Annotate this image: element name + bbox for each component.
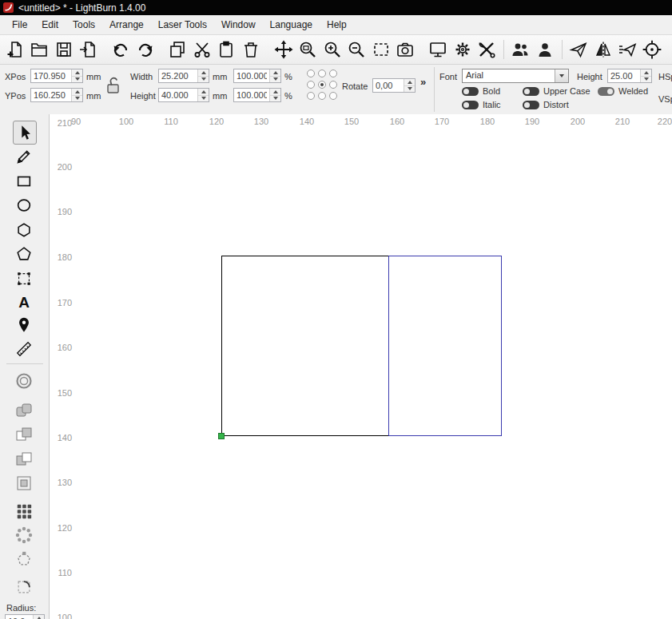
menu-laser-tools[interactable]: Laser Tools [151, 17, 214, 33]
bold-toggle[interactable]: Bold [462, 86, 500, 96]
ypos-spinner[interactable] [71, 89, 82, 101]
zoom-out-button[interactable] [346, 38, 366, 61]
boolean-intersect-tool-button[interactable] [13, 472, 35, 494]
height-percent-field[interactable] [233, 88, 281, 102]
draw-lines-tool-button[interactable] [13, 145, 35, 168]
font-dropdown-button[interactable] [555, 69, 568, 82]
menu-window[interactable]: Window [214, 17, 263, 33]
font-combobox[interactable]: Arial [462, 69, 569, 83]
boolean-subtract-tool-button[interactable] [13, 448, 35, 470]
width-input[interactable] [159, 69, 197, 82]
radius-spinner[interactable] [33, 615, 44, 619]
anchor-bottom-center[interactable] [318, 92, 326, 100]
radius-input[interactable] [6, 615, 33, 619]
anchor-point-grid[interactable] [307, 69, 337, 100]
cut-button[interactable] [192, 38, 212, 61]
font-height-input[interactable] [608, 69, 640, 82]
frame-tool-button[interactable] [13, 268, 35, 290]
toolbar-overflow-button[interactable]: » [420, 76, 426, 88]
boolean-union-tool-button[interactable] [13, 423, 35, 446]
polygon-tool-button[interactable] [13, 219, 35, 241]
anchor-middle-right[interactable] [329, 81, 337, 89]
select-tool-button[interactable] [13, 121, 37, 145]
width-percent-field[interactable] [233, 69, 281, 83]
edit-nodes-tool-button[interactable] [13, 243, 35, 265]
radius-field[interactable] [5, 614, 45, 619]
menu-language[interactable]: Language [263, 17, 320, 33]
text-tool-button[interactable]: A [13, 292, 35, 314]
import-button[interactable] [78, 38, 97, 61]
send-lines-button[interactable] [617, 38, 637, 61]
open-file-button[interactable] [29, 38, 49, 61]
font-height-spinner[interactable] [640, 69, 651, 82]
settings-button[interactable] [452, 38, 472, 61]
rotate-input[interactable] [373, 79, 404, 92]
anchor-bottom-right[interactable] [329, 92, 337, 100]
rotate-field[interactable] [372, 78, 416, 93]
undo-button[interactable] [110, 38, 130, 61]
font-height-field[interactable] [607, 69, 652, 83]
anchor-top-right[interactable] [329, 69, 337, 77]
upper-case-toggle-switch[interactable] [523, 87, 539, 96]
offset-shapes-tool-button[interactable] [13, 370, 35, 392]
upper-case-toggle[interactable]: Upper Case [523, 86, 590, 96]
save-button[interactable] [54, 38, 74, 61]
single-user-button[interactable] [535, 38, 555, 61]
rotate-spinner[interactable] [404, 79, 415, 92]
position-laser-tool-button[interactable] [13, 314, 35, 336]
anchor-middle-left[interactable] [307, 81, 315, 89]
rectangle-shape-blue-selected[interactable] [388, 256, 502, 436]
device-settings-button[interactable] [476, 38, 496, 61]
height-field[interactable] [158, 88, 209, 102]
width-percent-input[interactable] [234, 69, 269, 82]
welded-toggle[interactable]: Welded [598, 86, 648, 96]
focus-button[interactable] [642, 38, 662, 61]
distort-toggle[interactable]: Distort [523, 100, 569, 109]
rectangle-tool-button[interactable] [13, 170, 35, 192]
anchor-top-left[interactable] [307, 69, 315, 77]
menu-tools[interactable]: Tools [66, 17, 102, 33]
circular-array-tool-button[interactable] [13, 524, 35, 546]
anchor-center[interactable] [318, 81, 326, 89]
origin-marker[interactable] [218, 433, 225, 439]
copy-button[interactable] [168, 38, 188, 61]
welded-toggle-switch[interactable] [598, 87, 614, 96]
weld-tool-button[interactable] [13, 399, 35, 422]
paste-button[interactable] [217, 38, 237, 61]
mirror-button[interactable] [593, 38, 613, 61]
delete-button[interactable] [241, 38, 260, 61]
frame-selection-button[interactable] [371, 38, 391, 61]
zoom-frame-button[interactable] [298, 38, 318, 61]
send-button[interactable] [568, 38, 588, 61]
measure-tool-button[interactable] [13, 338, 35, 360]
preview-button[interactable] [427, 38, 447, 61]
new-file-button[interactable] [5, 38, 25, 61]
workspace-canvas[interactable]: 90 100 110 120 130 140 150 160 170 180 1… [50, 114, 672, 619]
height-input[interactable] [159, 89, 197, 101]
copy-along-path-tool-button[interactable] [13, 548, 35, 570]
aspect-lock-button[interactable] [104, 75, 123, 96]
height-percent-spinner[interactable] [269, 89, 280, 101]
two-users-button[interactable] [511, 38, 531, 61]
xpos-input[interactable] [31, 69, 71, 82]
camera-capture-button[interactable] [395, 38, 415, 61]
ellipse-tool-button[interactable] [13, 194, 35, 216]
italic-toggle[interactable]: Italic [462, 100, 501, 109]
zoom-in-button[interactable] [322, 38, 342, 61]
xpos-field[interactable] [30, 69, 83, 83]
anchor-bottom-left[interactable] [307, 92, 315, 100]
menu-edit[interactable]: Edit [34, 17, 66, 33]
bold-toggle-switch[interactable] [462, 87, 479, 96]
rectangle-shape-black[interactable] [221, 256, 389, 436]
ypos-field[interactable] [30, 88, 83, 102]
width-percent-spinner[interactable] [269, 69, 280, 82]
width-field[interactable] [158, 69, 209, 83]
xpos-spinner[interactable] [71, 69, 82, 82]
grid-array-tool-button[interactable] [13, 500, 35, 522]
menu-help[interactable]: Help [320, 17, 354, 33]
italic-toggle-switch[interactable] [462, 101, 479, 109]
radius-corner-tool-button[interactable] [13, 576, 35, 598]
menu-file[interactable]: File [5, 17, 34, 33]
distort-toggle-switch[interactable] [523, 101, 539, 109]
pan-button[interactable] [273, 38, 293, 61]
